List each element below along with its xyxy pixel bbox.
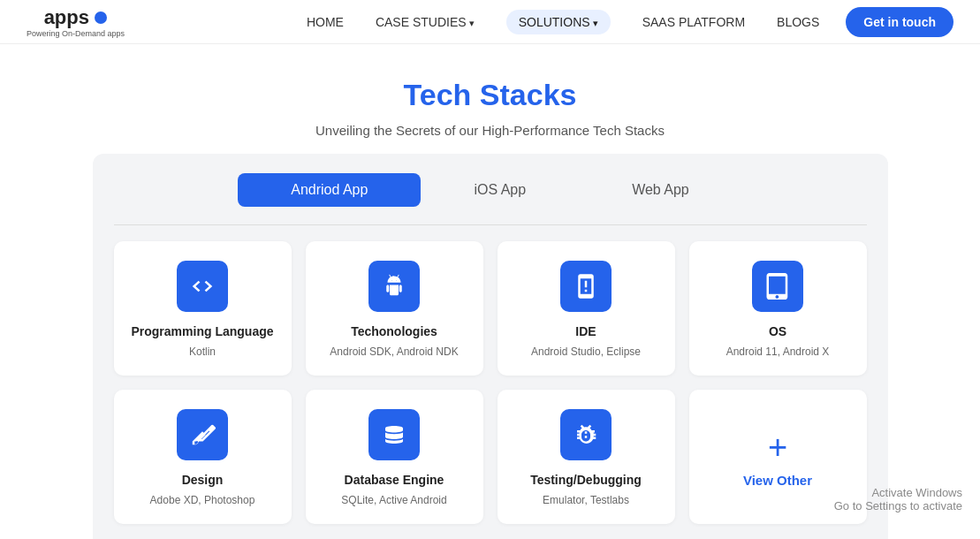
view-other-plus-icon: +	[768, 430, 787, 464]
database-engine-title: Database Engine	[320, 473, 469, 487]
nav-case-studies[interactable]: CASE STUDIES	[376, 15, 475, 29]
database-icon	[381, 421, 407, 448]
logo: apps Powering On-Demand apps	[27, 6, 125, 38]
nav-blogs[interactable]: BLOGS	[777, 15, 819, 29]
card-design: Design Adobe XD, Photoshop	[114, 390, 292, 524]
design-tools-icon	[189, 421, 216, 448]
hero-section: Tech Stacks Unveiling the Secrets of our…	[0, 44, 980, 154]
tabs-bar: Andriod App iOS App Web App	[114, 173, 867, 207]
card-view-other[interactable]: + View Other	[689, 390, 867, 524]
hero-title-accent: Stacks	[480, 78, 577, 111]
card-ide: IDE Android Studio, Eclipse	[498, 241, 675, 376]
tab-android-app[interactable]: Andriod App	[238, 173, 421, 207]
ide-title: IDE	[512, 324, 661, 338]
technologies-desc: Android SDK, Android NDK	[320, 344, 469, 360]
database-engine-icon	[368, 409, 420, 460]
ide-icon	[560, 261, 612, 312]
nav-home[interactable]: HOME	[307, 15, 344, 29]
ide-desc: Android Studio, Eclipse	[512, 344, 661, 360]
testing-debugging-title: Testing/Debugging	[512, 473, 661, 487]
database-engine-desc: SQLite, Active Android	[320, 492, 469, 508]
tech-stacks-section: Andriod App iOS App Web App Programming …	[93, 154, 888, 539]
testing-debugging-icon	[560, 409, 612, 460]
logo-text: apps	[44, 6, 89, 28]
os-icon	[752, 261, 803, 312]
mobile-icon	[573, 273, 599, 300]
code-icon	[189, 273, 216, 300]
programming-language-icon	[177, 261, 228, 312]
card-technologies: Techonologies Android SDK, Android NDK	[306, 241, 483, 376]
nav-links: HOME CASE STUDIES SOLUTIONS SAAS PLATFOR…	[307, 10, 819, 34]
hero-title-plain: Tech	[404, 78, 480, 111]
os-title: OS	[703, 324, 853, 338]
design-desc: Adobe XD, Photoshop	[128, 492, 277, 508]
design-title: Design	[128, 473, 277, 487]
get-in-touch-button[interactable]: Get in touch	[846, 7, 953, 37]
bug-icon	[573, 421, 599, 448]
logo-sub: Powering On-Demand apps	[27, 29, 125, 38]
card-testing-debugging: Testing/Debugging Emulator, Testlabs	[498, 390, 675, 524]
testing-debugging-desc: Emulator, Testlabs	[512, 492, 661, 508]
cards-grid: Programming Language Kotlin Techonologie…	[114, 241, 867, 524]
technologies-icon	[368, 261, 420, 312]
view-other-label: View Other	[743, 473, 812, 488]
nav-saas[interactable]: SAAS PLATFORM	[642, 15, 745, 29]
hero-subtitle: Unveiling the Secrets of our High-Perfor…	[18, 123, 962, 138]
programming-language-desc: Kotlin	[128, 344, 277, 360]
os-desc: Android 11, Android X	[703, 344, 853, 360]
technologies-title: Techonologies	[320, 324, 469, 338]
card-os: OS Android 11, Android X	[689, 241, 867, 376]
navbar: apps Powering On-Demand apps HOME CASE S…	[0, 0, 980, 44]
card-programming-language: Programming Language Kotlin	[114, 241, 292, 376]
nav-solutions[interactable]: SOLUTIONS	[506, 10, 611, 34]
hero-title: Tech Stacks	[18, 78, 962, 112]
tab-divider	[114, 224, 867, 225]
tablet-icon	[764, 273, 791, 300]
tab-ios-app[interactable]: iOS App	[421, 173, 579, 207]
tab-web-app[interactable]: Web App	[579, 173, 742, 207]
programming-language-title: Programming Language	[128, 324, 277, 338]
logo-icon	[95, 11, 107, 24]
design-icon	[177, 409, 228, 460]
android-icon	[381, 273, 407, 300]
card-database-engine: Database Engine SQLite, Active Android	[306, 390, 483, 524]
